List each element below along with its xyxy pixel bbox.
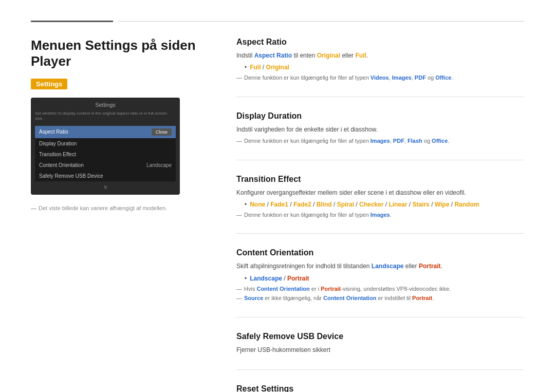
section-divider xyxy=(236,233,524,234)
settings-badge: Settings xyxy=(31,79,67,89)
content-orientation-bullet: • Landscape / Portrait xyxy=(236,274,524,284)
note-text: Source er ikke tilgængelig, når Content … xyxy=(244,294,434,303)
section-title-content-orientation: Content Orientation xyxy=(236,248,524,257)
mock-menu: Aspect Ratio Close Display Duration Tran… xyxy=(35,126,176,181)
section-divider xyxy=(236,160,524,160)
mock-chevron-icon: ∨ xyxy=(35,183,176,191)
mock-menu-item-display-duration[interactable]: Display Duration xyxy=(35,138,176,149)
image-note: ― Det viste billede kan variere afhængig… xyxy=(31,205,206,211)
section-divider xyxy=(236,97,524,97)
note-text: Det viste billede kan variere afhængigt … xyxy=(39,205,167,211)
note-text: Denne funktion er kun tilgængelig for fi… xyxy=(244,211,392,219)
note-dash: ― xyxy=(236,73,242,82)
section-title-transition-effect: Transition Effect xyxy=(236,175,524,184)
note-text: Denne funktion er kun tilgængelig for fi… xyxy=(244,137,449,145)
content-orientation-note-1: ― Hvis Content Orientation er i Portrait… xyxy=(236,285,524,293)
bullet-content: Full / Original xyxy=(250,63,289,72)
top-decorative-lines xyxy=(31,21,524,22)
display-duration-desc: Indstil varigheden for de enkelte sider … xyxy=(236,125,524,135)
section-transition-effect: Transition Effect Konfigurer overgangsef… xyxy=(236,175,524,219)
mock-menu-item-label: Display Duration xyxy=(39,141,77,146)
mock-menu-item-label: Aspect Ratio xyxy=(39,129,68,135)
aspect-ratio-desc: Indstil Aspect Ratio til enten Original … xyxy=(236,51,524,61)
section-reset-settings: Reset Settings Gendan alle værdier under… xyxy=(236,384,524,392)
bullet-dot: • xyxy=(245,200,247,210)
mock-menu-item-safely-remove[interactable]: Safely Remove USB Device xyxy=(35,171,176,181)
section-title-display-duration: Display Duration xyxy=(236,111,524,121)
mock-menu-item-label: Safely Remove USB Device xyxy=(39,173,103,179)
safely-remove-desc: Fjerner USB-hukommelsen sikkert xyxy=(236,345,524,355)
note-text: Hvis Content Orientation er i Portrait-v… xyxy=(244,285,451,293)
bullet-content: Landscape / Portrait xyxy=(250,274,309,284)
light-line xyxy=(118,21,524,22)
main-layout: Menuen Settings på siden Player Settings… xyxy=(31,38,524,392)
note-dash: ― xyxy=(236,285,242,293)
section-divider xyxy=(236,317,524,318)
note-dash: ― xyxy=(236,211,242,219)
mock-menu-item-aspect-ratio[interactable]: Aspect Ratio Close xyxy=(35,126,176,138)
right-panel: Aspect Ratio Indstil Aspect Ratio til en… xyxy=(236,38,524,392)
mock-menu-item-label: Transition Effect xyxy=(39,152,76,157)
full-term: Full xyxy=(355,52,366,59)
bullet-dot: • xyxy=(245,274,247,284)
mock-close-button[interactable]: Close xyxy=(152,128,172,136)
section-title-reset-settings: Reset Settings xyxy=(236,384,524,392)
note-dash: ― xyxy=(236,137,242,145)
transition-effect-note: ― Denne funktion er kun tilgængelig for … xyxy=(236,211,524,219)
left-panel: Menuen Settings på siden Player Settings… xyxy=(31,38,206,392)
section-aspect-ratio: Aspect Ratio Indstil Aspect Ratio til en… xyxy=(236,38,524,82)
note-dash: ― xyxy=(31,205,36,211)
aspect-ratio-note: ― Denne funktion er kun tilgængelig for … xyxy=(236,73,524,82)
section-title-aspect-ratio: Aspect Ratio xyxy=(236,38,524,47)
note-text: Denne funktion er kun tilgængelig for fi… xyxy=(244,73,453,82)
transition-effect-bullet: • None / Fade1 / Fade2 / Blind / Spiral … xyxy=(236,200,524,210)
page-title: Menuen Settings på siden Player xyxy=(31,38,206,69)
mock-menu-item-label: Content Orientation xyxy=(39,162,84,168)
mock-screen: Settings Set whether to display content … xyxy=(31,98,180,195)
display-duration-note: ― Denne funktion er kun tilgængelig for … xyxy=(236,137,524,145)
mock-screen-desc: Set whether to display content in the or… xyxy=(35,111,176,122)
content-orientation-note-2: ― Source er ikke tilgængelig, når Conten… xyxy=(236,294,524,303)
content-orientation-desc: Skift afspilningsretningen for indhold t… xyxy=(236,262,524,271)
mock-screen-title: Settings xyxy=(35,102,176,108)
mock-menu-item-value: Landscape xyxy=(146,162,172,168)
original-term: Original xyxy=(317,52,340,59)
mock-menu-item-transition-effect[interactable]: Transition Effect xyxy=(35,149,176,160)
section-divider xyxy=(236,369,524,370)
aspect-ratio-bullet: • Full / Original xyxy=(236,63,524,72)
transition-effect-desc: Konfigurer overgangseffekter mellem side… xyxy=(236,188,524,198)
bullet-content: None / Fade1 / Fade2 / Blind / Spiral / … xyxy=(250,200,479,210)
section-title-safely-remove: Safely Remove USB Device xyxy=(236,332,524,341)
section-safely-remove: Safely Remove USB Device Fjerner USB-huk… xyxy=(236,332,524,355)
aspect-ratio-term: Aspect Ratio xyxy=(254,52,292,59)
bullet-dot: • xyxy=(245,63,247,72)
note-dash: ― xyxy=(236,294,242,303)
mock-menu-item-content-orientation[interactable]: Content Orientation Landscape xyxy=(35,160,176,171)
dark-line xyxy=(31,21,113,22)
section-content-orientation: Content Orientation Skift afspilningsret… xyxy=(236,248,524,302)
section-display-duration: Display Duration Indstil varigheden for … xyxy=(236,111,524,145)
